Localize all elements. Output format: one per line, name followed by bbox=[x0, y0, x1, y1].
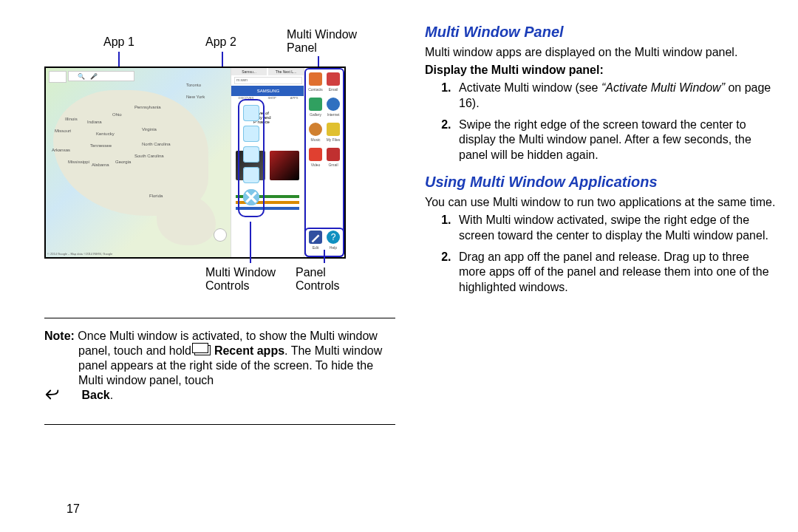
app1-pane: 🔍 🎤 Pennsylvania New York Toronto Ohio I… bbox=[46, 68, 231, 257]
figure: 🔍 🎤 Pennsylvania New York Toronto Ohio I… bbox=[44, 66, 395, 259]
note-block: Note: Once Multi window is activated, to… bbox=[44, 329, 395, 405]
app2-pane: Samsu... The Next L... m.sam SAMSUNG DIS… bbox=[231, 68, 305, 257]
right-column: Multi Window Panel Multi window apps are… bbox=[425, 22, 776, 517]
label-panel: Multi Window Panel bbox=[287, 28, 357, 55]
left-column: App 1 App 2 Multi Window Panel 🔍 🎤 Penns… bbox=[44, 22, 395, 517]
recent-apps-icon bbox=[194, 345, 211, 355]
label-app1: App 1 bbox=[103, 35, 134, 49]
using-step-2: Drag an app off the panel and release. D… bbox=[454, 250, 776, 296]
heading-using-mw-apps: Using Multi Window Applications bbox=[425, 174, 776, 191]
steps-using-mw: With Multi window activated, swipe the r… bbox=[425, 213, 776, 296]
step-2: Swipe the right edge of the screen towar… bbox=[454, 117, 776, 163]
step-1: Activate Multi window (see “Activate Mul… bbox=[454, 81, 776, 112]
paragraph-panel-intro: Multi window apps are displayed on the M… bbox=[425, 45, 776, 60]
label-app2: App 2 bbox=[205, 35, 236, 49]
map-attribution: © 2014 Google – Map data ©2014 INEGI, Go… bbox=[47, 252, 112, 256]
using-step-1: With Multi window activated, swipe the r… bbox=[454, 213, 776, 244]
map-search-input: 🔍 🎤 bbox=[68, 71, 134, 81]
figure-bottom-labels: Multi Window Controls Panel Controls bbox=[44, 263, 395, 299]
steps-display-panel: Activate Multi window (see “Activate Mul… bbox=[425, 81, 776, 163]
figure-top-labels: App 1 App 2 Multi Window Panel bbox=[44, 22, 395, 66]
divider-bottom bbox=[44, 424, 395, 425]
label-panel-controls: Panel Controls bbox=[296, 266, 340, 293]
label-mw-controls: Multi Window Controls bbox=[205, 266, 276, 293]
note-label: Note: bbox=[44, 330, 75, 342]
app-menu-icon bbox=[49, 71, 66, 83]
paragraph-using-intro: You can use Multi window to run two appl… bbox=[425, 195, 776, 210]
heading-multi-window-panel: Multi Window Panel bbox=[425, 24, 776, 41]
compass-icon bbox=[214, 229, 226, 241]
subheading-display-panel: Display the Multi window panel: bbox=[425, 63, 776, 78]
divider-top bbox=[44, 318, 395, 318]
page-number: 17 bbox=[66, 502, 80, 516]
